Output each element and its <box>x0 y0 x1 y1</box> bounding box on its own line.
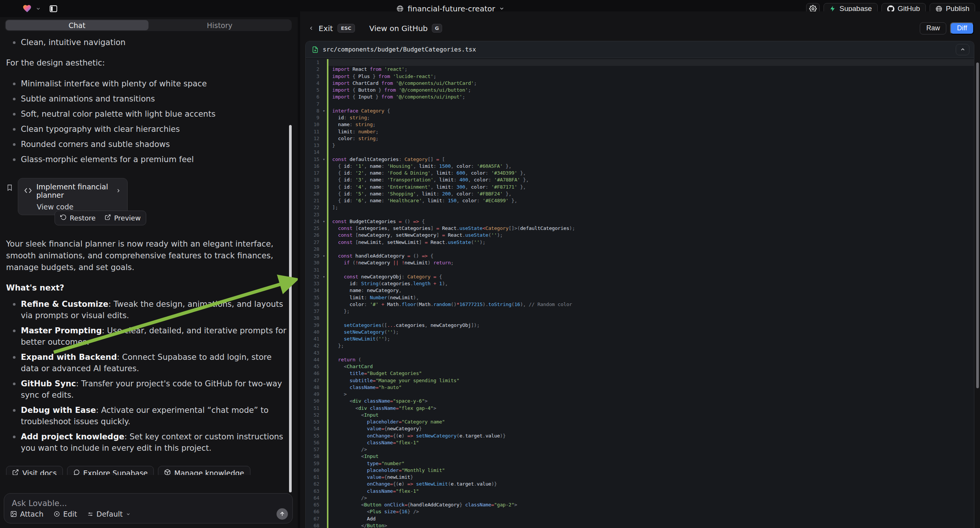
line-number[interactable]: 5 <box>306 87 321 94</box>
edit-mode-button[interactable]: Edit <box>53 510 77 518</box>
line-number[interactable]: 2 <box>306 66 321 73</box>
line-number[interactable]: 31 <box>306 267 321 274</box>
send-button[interactable] <box>277 508 288 520</box>
line-number[interactable]: 39 <box>306 322 321 329</box>
diff-button[interactable]: Diff <box>950 22 974 35</box>
tab-chat[interactable]: Chat <box>6 20 148 30</box>
fold-chevron-icon[interactable]: ▾ <box>321 274 327 280</box>
collapse-file-button[interactable] <box>956 44 969 55</box>
line-number[interactable]: 49 <box>306 391 321 398</box>
line-number[interactable]: 20 <box>306 191 321 197</box>
fold-chevron-icon[interactable]: ▾ <box>321 253 327 259</box>
attach-button[interactable]: Attach <box>10 510 44 518</box>
line-number[interactable]: 19 <box>306 184 321 191</box>
line-number[interactable]: 41 <box>306 336 321 342</box>
raw-button[interactable]: Raw <box>920 22 946 35</box>
lovable-logo-heart-icon[interactable] <box>22 4 32 13</box>
line-number[interactable]: 67 <box>306 515 321 522</box>
line-number[interactable]: 21 <box>306 197 321 204</box>
line-number[interactable]: 40 <box>306 329 321 336</box>
line-number[interactable]: 13 <box>306 142 321 149</box>
line-number[interactable]: 68 <box>306 522 321 528</box>
line-number[interactable]: 6 <box>306 94 321 100</box>
fold-chevron-icon[interactable]: ▾ <box>321 156 327 163</box>
line-number[interactable]: 15 <box>306 156 321 163</box>
line-number[interactable]: 4 <box>306 80 321 87</box>
line-number[interactable]: 14 <box>306 149 321 156</box>
line-number[interactable]: 56 <box>306 439 321 446</box>
line-number[interactable]: 28 <box>306 246 321 253</box>
line-number[interactable]: 50 <box>306 398 321 404</box>
line-number[interactable]: 63 <box>306 488 321 495</box>
model-selector[interactable]: Default <box>87 510 131 518</box>
line-number[interactable]: 22 <box>306 204 321 211</box>
sidebar-toggle-icon[interactable] <box>49 4 58 13</box>
line-number[interactable]: 25 <box>306 225 321 232</box>
line-number[interactable]: 57 <box>306 446 321 453</box>
fold-chevron-icon[interactable]: ▾ <box>321 108 327 115</box>
exit-button[interactable]: Exit ESC <box>309 24 355 33</box>
fold-chevron-icon[interactable]: ▾ <box>321 218 327 225</box>
line-number[interactable]: 18 <box>306 177 321 183</box>
file-header[interactable]: src/components/budget/BudgetCategories.t… <box>306 41 974 58</box>
line-number[interactable]: 52 <box>306 412 321 418</box>
line-number[interactable]: 62 <box>306 481 321 487</box>
line-number[interactable]: 59 <box>306 460 321 467</box>
version-card[interactable]: Implement financial plannerView code <box>18 178 128 215</box>
chat-scrollbar[interactable] <box>289 125 292 492</box>
line-number[interactable]: 61 <box>306 474 321 481</box>
line-number[interactable]: 35 <box>306 294 321 301</box>
line-number[interactable]: 55 <box>306 433 321 439</box>
line-number[interactable]: 46 <box>306 370 321 377</box>
chevron-down-icon[interactable] <box>36 6 41 11</box>
line-number[interactable]: 23 <box>306 212 321 218</box>
line-number[interactable]: 38 <box>306 315 321 321</box>
line-number[interactable]: 65 <box>306 501 321 508</box>
line-number[interactable]: 34 <box>306 287 321 294</box>
chat-composer[interactable]: Ask Lovable... Attach Edit <box>4 493 293 523</box>
line-number[interactable]: 36 <box>306 301 321 308</box>
chat-input[interactable]: Ask Lovable... <box>12 499 285 508</box>
visit-docs-button[interactable]: Visit docs <box>6 466 63 475</box>
line-number[interactable]: 10 <box>306 121 321 128</box>
line-number[interactable]: 11 <box>306 129 321 135</box>
line-number[interactable]: 17 <box>306 170 321 177</box>
tab-history[interactable]: History <box>148 20 291 30</box>
line-number[interactable]: 7 <box>306 101 321 108</box>
line-number[interactable]: 29 <box>306 253 321 259</box>
line-number[interactable]: 12 <box>306 135 321 142</box>
line-number[interactable]: 54 <box>306 425 321 432</box>
line-number[interactable]: 53 <box>306 418 321 425</box>
line-number[interactable]: 33 <box>306 280 321 287</box>
manage-knowledge-button[interactable]: Manage knowledge <box>158 466 250 475</box>
line-number[interactable]: 58 <box>306 453 321 460</box>
line-number[interactable]: 24 <box>306 218 321 225</box>
line-number[interactable]: 47 <box>306 377 321 384</box>
line-number[interactable]: 48 <box>306 384 321 391</box>
line-number[interactable]: 26 <box>306 232 321 239</box>
line-number[interactable]: 27 <box>306 239 321 246</box>
code-editor[interactable]: 12import React from 'react';3import { Pl… <box>306 58 974 528</box>
line-number[interactable]: 66 <box>306 508 321 515</box>
bookmark-icon[interactable] <box>6 183 13 194</box>
line-number[interactable]: 51 <box>306 405 321 412</box>
line-number[interactable]: 8 <box>306 108 321 115</box>
line-number[interactable]: 60 <box>306 467 321 474</box>
preview-button[interactable]: Preview <box>105 214 140 222</box>
line-number[interactable]: 45 <box>306 363 321 370</box>
line-number[interactable]: 64 <box>306 495 321 501</box>
line-number[interactable]: 3 <box>306 73 321 80</box>
line-number[interactable]: 32 <box>306 274 321 280</box>
line-number[interactable]: 1 <box>306 59 321 66</box>
line-number[interactable]: 37 <box>306 308 321 315</box>
explore-supabase-button[interactable]: Explore Supabase <box>67 466 154 475</box>
line-number[interactable]: 30 <box>306 259 321 266</box>
view-on-github-button[interactable]: View on GitHub G <box>369 24 442 33</box>
line-number[interactable]: 43 <box>306 350 321 356</box>
line-number[interactable]: 9 <box>306 115 321 121</box>
code-scrollbar[interactable] <box>976 62 979 388</box>
line-number[interactable]: 16 <box>306 163 321 170</box>
line-number[interactable]: 44 <box>306 356 321 363</box>
restore-button[interactable]: Restore <box>60 214 95 222</box>
line-number[interactable]: 42 <box>306 342 321 349</box>
